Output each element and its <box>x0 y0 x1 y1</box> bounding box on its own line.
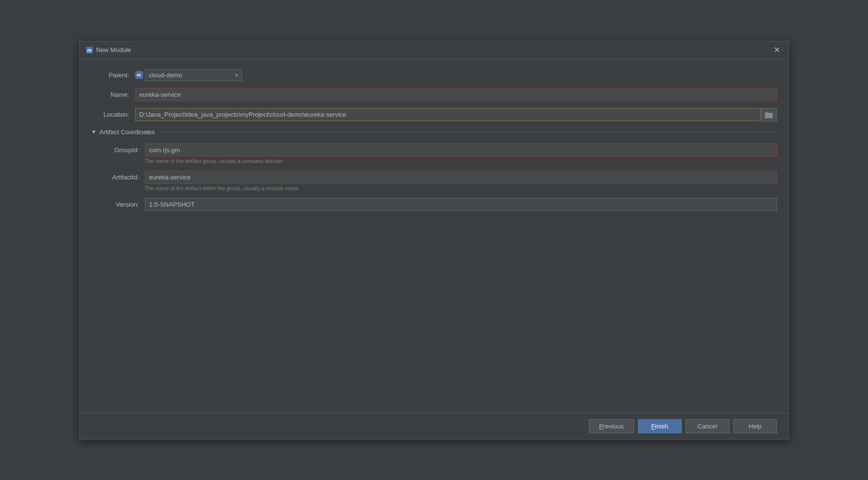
dialog-title-bar: m New Module ✕ <box>80 41 789 59</box>
name-input[interactable] <box>135 88 777 101</box>
artifact-section-header: ▼ Artifact Coordinates <box>91 128 777 136</box>
location-row: Location: <box>91 108 777 122</box>
groupid-label: GroupId: <box>91 143 145 154</box>
collapse-arrow-icon[interactable]: ▼ <box>91 129 97 135</box>
version-row: Version: <box>91 198 777 211</box>
name-label: Name: <box>91 91 135 98</box>
parent-label: Parent: <box>91 71 135 79</box>
new-module-dialog: m New Module ✕ Parent: m cloud-demo <box>79 41 789 440</box>
artifactid-row: ArtifactId: The name of the artifact wit… <box>91 171 777 196</box>
folder-icon <box>765 111 773 118</box>
artifactid-input-group: The name of the artifact within the grou… <box>145 171 777 196</box>
artifact-section-title: Artifact Coordinates <box>99 128 155 136</box>
dialog-title: m New Module <box>86 46 131 54</box>
location-input[interactable] <box>135 108 761 121</box>
groupid-hint: The name of the artifact group, usually … <box>145 158 777 164</box>
name-control <box>135 88 777 101</box>
artifactid-hint: The name of the artifact within the grou… <box>145 185 777 191</box>
groupid-input-group: The name of the artifact group, usually … <box>145 143 777 169</box>
module-icon: m <box>86 46 93 54</box>
name-row: Name: <box>91 88 777 101</box>
previous-underline-char: Previous <box>599 423 624 430</box>
groupid-input[interactable] <box>145 143 777 157</box>
cancel-button[interactable]: Cancel <box>686 419 729 433</box>
version-input[interactable] <box>145 198 777 211</box>
close-button[interactable]: ✕ <box>771 45 783 55</box>
help-button[interactable]: Help <box>733 419 777 433</box>
finish-underline-char: Finish <box>651 423 668 430</box>
version-label: Version: <box>91 198 145 208</box>
artifactid-input[interactable] <box>145 171 777 184</box>
finish-button[interactable]: Finish <box>638 419 682 433</box>
svg-text:m: m <box>87 48 91 53</box>
artifact-section: GroupId: The name of the artifact group,… <box>91 143 777 211</box>
maven-icon: m <box>135 71 143 79</box>
dialog-overlay: m New Module ✕ Parent: m cloud-demo <box>0 0 868 480</box>
section-divider <box>159 132 777 132</box>
svg-rect-3 <box>765 112 768 114</box>
parent-row: Parent: m cloud-demo ▼ <box>91 69 777 81</box>
version-input-group <box>145 198 777 211</box>
dialog-content: Parent: m cloud-demo ▼ Name: <box>80 59 789 413</box>
location-control <box>135 108 777 122</box>
dialog-footer: Previous Finish Cancel Help <box>80 413 789 439</box>
parent-dropdown[interactable]: cloud-demo <box>145 69 242 81</box>
location-label: Location: <box>91 111 135 118</box>
parent-dropdown-wrapper: m cloud-demo ▼ <box>135 69 242 81</box>
groupid-row: GroupId: The name of the artifact group,… <box>91 143 777 169</box>
browse-button[interactable] <box>761 108 777 122</box>
artifactid-label: ArtifactId: <box>91 171 145 181</box>
parent-control: m cloud-demo ▼ <box>135 69 777 81</box>
previous-button[interactable]: Previous <box>589 419 634 433</box>
dialog-title-text: New Module <box>96 46 131 53</box>
